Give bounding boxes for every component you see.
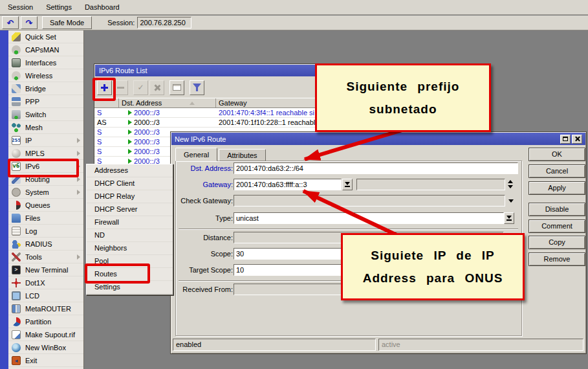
submenu-item-dhcp-relay[interactable]: DHCP Relay	[87, 190, 173, 203]
submenu-item-dhcp-server[interactable]: DHCP Server	[87, 203, 173, 216]
type-input[interactable]	[234, 212, 504, 224]
ok-button[interactable]: OK	[528, 148, 585, 161]
check-gateway-label: Check Gateway:	[174, 195, 233, 207]
submenu-item-firewall[interactable]: Firewall	[87, 216, 173, 229]
disable-route-button[interactable]	[149, 80, 164, 95]
winbox-globe-icon	[12, 343, 21, 352]
session-address-field[interactable]	[137, 17, 191, 28]
interfaces-icon	[12, 58, 21, 67]
remove-route-button[interactable]	[113, 80, 128, 95]
dropdown-arrow-icon	[345, 182, 350, 185]
sidebar-item-interfaces[interactable]: Interfaces	[8, 56, 83, 69]
sidebar-item-system[interactable]: System	[8, 186, 83, 199]
sidebar-item-new-terminal[interactable]: New Terminal	[8, 263, 83, 276]
dialog-titlebar[interactable]: New IPv6 Route	[171, 133, 585, 145]
dropdown-arrow-icon	[506, 216, 512, 219]
maximize-button[interactable]	[560, 135, 571, 144]
remove-button[interactable]: Remove	[528, 252, 585, 266]
submenu-arrow-icon	[77, 190, 80, 195]
submenu-arrow-icon	[77, 254, 80, 260]
apply-button[interactable]: Apply	[528, 181, 585, 195]
submenu-item-nd[interactable]: ND	[87, 229, 173, 242]
sidebar-item-log[interactable]: Log	[8, 225, 83, 238]
sidebar-item-metarouter[interactable]: MetaROUTER	[8, 302, 83, 315]
check-gateway-field[interactable]	[234, 195, 505, 207]
sidebar-item-mesh[interactable]: Mesh	[8, 121, 83, 134]
submenu-item-neighbors[interactable]: Neighbors	[87, 242, 173, 255]
radius-icon	[12, 240, 21, 249]
sidebar-item-ipv6[interactable]: IPv6	[8, 160, 83, 173]
gateway-input[interactable]	[234, 179, 342, 190]
dst-address-column-header[interactable]: Dst. Address	[119, 98, 216, 107]
sidebar-item-dot1x[interactable]: Dot1X	[8, 276, 83, 289]
sidebar-item-ppp[interactable]: PPP	[8, 95, 83, 108]
remove-icon	[117, 87, 124, 89]
sidebar-item-capsman[interactable]: CAPsMAN	[8, 43, 83, 56]
sidebar-item-switch[interactable]: Switch	[8, 108, 83, 121]
queues-icon	[12, 201, 21, 210]
sidebar-item-make-supout[interactable]: Make Supout.rif	[8, 328, 83, 341]
submenu-item-routes[interactable]: Routes	[87, 268, 173, 281]
redo-button[interactable]: ↷	[21, 16, 38, 29]
sidebar-accent-strip	[0, 30, 8, 369]
sidebar-item-radius[interactable]: RADIUS	[8, 238, 83, 251]
gateway-interface-field[interactable]	[356, 179, 505, 190]
menu-dashboard[interactable]: Dashboard	[78, 1, 126, 14]
sidebar-item-mpls[interactable]: MPLS	[8, 147, 83, 160]
menu-settings[interactable]: Settings	[39, 1, 78, 14]
gateway-dropdown-button[interactable]	[342, 179, 353, 190]
sidebar-item-tools[interactable]: Tools	[8, 251, 83, 263]
disable-button[interactable]: Disable	[528, 203, 585, 216]
submenu-item-settings[interactable]: Settings	[87, 281, 173, 294]
undo-button[interactable]: ↶	[2, 16, 19, 29]
cancel-button[interactable]: Cancel	[528, 164, 585, 178]
sidebar-item-exit[interactable]: Exit	[8, 354, 83, 367]
menu-session[interactable]: Session	[1, 1, 39, 14]
mpls-icon	[12, 149, 21, 158]
sidebar-item-lcd[interactable]: LCD	[8, 289, 83, 302]
comment-button[interactable]: Comment	[528, 219, 585, 233]
filter-button[interactable]	[190, 80, 204, 95]
quick-set-icon	[12, 32, 21, 41]
gateway-add-remove-spinner[interactable]	[508, 180, 513, 188]
dst-address-input[interactable]	[234, 162, 518, 174]
ipv6-icon	[12, 162, 21, 171]
scope-label: Scope:	[174, 248, 233, 260]
submenu-arrow-icon	[77, 151, 80, 156]
copy-button[interactable]: Copy	[528, 236, 585, 249]
type-dropdown-button[interactable]	[504, 212, 514, 224]
bridge-icon	[12, 84, 21, 93]
check-gateway-dropdown-icon[interactable]	[508, 199, 514, 203]
submenu-item-dhcp-client[interactable]: DHCP Client	[87, 177, 173, 190]
sidebar-item-quick-set[interactable]: Quick Set	[8, 30, 83, 43]
comment-route-button[interactable]	[169, 80, 184, 95]
exit-icon	[12, 356, 21, 365]
enable-route-button[interactable]: ✓	[133, 80, 148, 95]
safe-mode-button[interactable]: Safe Mode	[42, 16, 92, 29]
sidebar-item-queues[interactable]: Queues	[8, 199, 83, 212]
submenu-item-addresses[interactable]: Addresses	[87, 164, 173, 177]
sidebar-item-ip[interactable]: IP	[8, 134, 83, 147]
sidebar-item-bridge[interactable]: Bridge	[8, 82, 83, 95]
redo-icon: ↷	[26, 18, 33, 28]
sidebar-item-partition[interactable]: Partition	[8, 315, 83, 328]
sidebar-item-files[interactable]: Files	[8, 212, 83, 225]
lcd-icon	[12, 291, 21, 300]
sidebar: Quick Set CAPsMAN Interfaces Wireless Br…	[0, 30, 84, 369]
route-list-title: IPv6 Route List	[99, 67, 147, 74]
close-button[interactable]	[572, 135, 582, 144]
tools-wrench-icon	[12, 252, 21, 262]
submenu-arrow-icon	[77, 138, 80, 143]
gateway-label: Gateway:	[174, 179, 233, 190]
sidebar-item-new-winbox[interactable]: New WinBox	[8, 341, 83, 354]
submenu-item-pool[interactable]: Pool	[87, 255, 173, 268]
flags-column-header[interactable]	[94, 98, 119, 107]
comment-card-icon	[173, 84, 181, 91]
filter-funnel-icon	[193, 84, 201, 91]
tab-attributes[interactable]: Attributes	[219, 149, 265, 161]
add-route-button[interactable]	[97, 80, 112, 95]
sidebar-item-wireless[interactable]: Wireless	[8, 69, 83, 82]
dialog-tabs: General Attributes	[175, 148, 267, 161]
sidebar-item-routing[interactable]: Routing	[8, 173, 83, 186]
tab-general[interactable]: General	[175, 148, 217, 161]
